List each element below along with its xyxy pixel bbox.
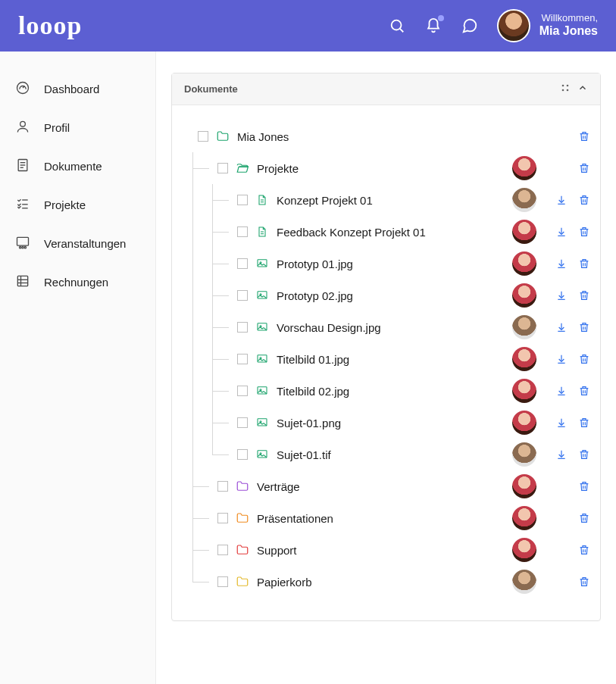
download-icon[interactable] (555, 320, 568, 334)
row-checkbox[interactable] (198, 131, 208, 142)
delete-icon[interactable] (577, 575, 591, 589)
owner-avatar[interactable] (512, 442, 536, 467)
collapse-icon[interactable] (577, 83, 588, 95)
download-icon[interactable] (555, 416, 568, 429)
download-icon[interactable] (555, 193, 568, 207)
owner-avatar[interactable] (512, 188, 536, 212)
delete-icon[interactable] (577, 448, 591, 461)
messages-icon[interactable] (456, 12, 483, 39)
owner-avatar[interactable] (512, 156, 536, 180)
brand-logo[interactable]: looop (18, 11, 82, 40)
row-checkbox[interactable] (237, 226, 248, 237)
item-name[interactable]: Support (257, 544, 297, 557)
row-checkbox[interactable] (237, 386, 248, 396)
tree-row-file-2: Prototyp 01.jpg (181, 248, 591, 280)
row-checkbox[interactable] (237, 354, 248, 364)
image-icon (255, 352, 269, 366)
item-name[interactable]: Prototyp 01.jpg (277, 258, 353, 270)
item-name[interactable]: Prototyp 02.jpg (277, 289, 353, 302)
owner-avatar[interactable] (512, 347, 536, 371)
tree-row-file-4: Vorschau Design.jpg (181, 311, 591, 343)
tree-row-file-8: Sujet-01.tif (181, 439, 591, 470)
image-icon (255, 320, 269, 334)
row-checkbox[interactable] (237, 449, 248, 460)
owner-avatar[interactable] (512, 251, 536, 276)
owner-avatar[interactable] (512, 411, 536, 435)
sidebar-item-label: Rechnungen (44, 276, 108, 289)
row-checkbox[interactable] (217, 481, 228, 492)
owner-avatar[interactable] (512, 315, 536, 339)
app-body: Dashboard Profil Dokumente Projekte Vera… (0, 52, 616, 684)
image-icon (255, 384, 269, 398)
row-checkbox[interactable] (237, 322, 248, 333)
search-icon[interactable] (383, 12, 411, 39)
tree-row-file-0: Konzept Projekt 01 (181, 184, 591, 216)
svg-point-0 (391, 20, 401, 30)
sidebar-item-events[interactable]: Veranstaltungen (0, 224, 155, 263)
item-name[interactable]: Papierkorb (257, 576, 312, 589)
item-name[interactable]: Vorschau Design.jpg (277, 321, 381, 334)
delete-icon[interactable] (577, 320, 591, 334)
delete-icon[interactable] (577, 225, 591, 239)
owner-avatar[interactable] (512, 506, 536, 530)
row-checkbox[interactable] (237, 417, 248, 428)
delete-icon[interactable] (577, 352, 591, 366)
folder-open-icon (236, 161, 249, 175)
row-checkbox[interactable] (237, 195, 248, 205)
delete-icon[interactable] (577, 130, 591, 143)
item-name[interactable]: Titelbild 01.jpg (277, 353, 349, 366)
notification-badge (438, 15, 444, 21)
item-name[interactable]: Projekte (257, 162, 299, 175)
item-name[interactable]: Verträge (257, 480, 300, 493)
svg-point-13 (20, 247, 21, 248)
table-icon (15, 273, 30, 291)
owner-avatar[interactable] (512, 379, 536, 403)
delete-icon[interactable] (577, 193, 591, 207)
delete-icon[interactable] (577, 416, 591, 429)
sidebar-item-label: Veranstaltungen (44, 237, 126, 250)
download-icon[interactable] (555, 448, 568, 461)
sidebar-item-dashboard[interactable]: Dashboard (0, 70, 155, 108)
sidebar-item-invoices[interactable]: Rechnungen (0, 263, 155, 301)
item-name[interactable]: Präsentationen (257, 512, 333, 525)
row-checkbox[interactable] (237, 258, 248, 269)
item-name[interactable]: Sujet-01.png (277, 417, 341, 429)
delete-icon[interactable] (577, 161, 591, 175)
sidebar-item-documents[interactable]: Dokumente (0, 147, 155, 186)
drag-handle-icon[interactable] (561, 83, 570, 95)
download-icon[interactable] (555, 257, 568, 270)
delete-icon[interactable] (577, 543, 591, 557)
item-name[interactable]: Titelbild 02.jpg (277, 385, 349, 398)
row-checkbox[interactable] (217, 163, 228, 173)
item-name[interactable]: Mia Jones (237, 130, 289, 143)
folder-icon (236, 575, 249, 589)
row-checkbox[interactable] (237, 290, 248, 301)
owner-avatar[interactable] (512, 283, 536, 308)
download-icon[interactable] (555, 352, 568, 366)
item-name[interactable]: Konzept Projekt 01 (277, 194, 373, 207)
download-icon[interactable] (555, 289, 568, 302)
owner-avatar[interactable] (512, 474, 536, 498)
row-checkbox[interactable] (217, 576, 228, 587)
delete-icon[interactable] (577, 511, 591, 525)
sidebar: Dashboard Profil Dokumente Projekte Vera… (0, 52, 156, 684)
delete-icon[interactable] (577, 384, 591, 398)
download-icon[interactable] (555, 225, 568, 239)
owner-avatar[interactable] (512, 538, 536, 562)
row-checkbox[interactable] (217, 545, 228, 555)
delete-icon[interactable] (577, 257, 591, 270)
sidebar-item-projects[interactable]: Projekte (0, 186, 155, 224)
tree-row-folder-0: Verträge (181, 470, 591, 502)
notifications-icon[interactable] (420, 12, 447, 39)
user-avatar[interactable] (497, 9, 530, 42)
delete-icon[interactable] (577, 479, 591, 493)
sidebar-item-label: Dashboard (44, 83, 99, 95)
sidebar-item-profile[interactable]: Profil (0, 108, 155, 147)
download-icon[interactable] (555, 384, 568, 398)
owner-avatar[interactable] (512, 220, 536, 244)
delete-icon[interactable] (577, 289, 591, 302)
item-name[interactable]: Feedback Konzept Projekt 01 (277, 226, 426, 239)
row-checkbox[interactable] (217, 513, 228, 523)
item-name[interactable]: Sujet-01.tif (277, 448, 331, 461)
owner-avatar[interactable] (512, 570, 536, 594)
